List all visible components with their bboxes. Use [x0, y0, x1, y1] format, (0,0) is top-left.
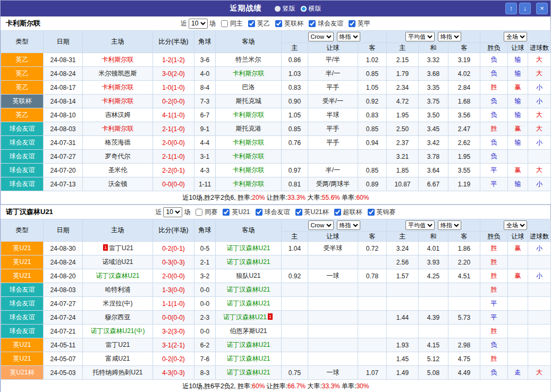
- home-team[interactable]: 诺丁汉森林U21: [83, 269, 153, 283]
- away-team-name[interactable]: 卡利斯尔联: [233, 70, 265, 77]
- home-team[interactable]: 诺域治U21: [83, 255, 153, 269]
- home-team[interactable]: 吉林汉姆: [83, 108, 153, 122]
- euro-average-select[interactable]: 平均值: [405, 32, 435, 41]
- league-checkbox-2[interactable]: [295, 209, 302, 216]
- league-type-badge[interactable]: 英乙: [1, 108, 44, 122]
- league-type-badge[interactable]: 英U21: [1, 269, 44, 283]
- away-team[interactable]: 卡利斯尔联: [216, 67, 282, 81]
- home-team[interactable]: 罗奇代尔: [83, 150, 153, 164]
- league-checkbox-3[interactable]: [334, 209, 341, 216]
- home-team[interactable]: 格茨海德: [83, 136, 153, 150]
- league-type-badge[interactable]: 球会友谊: [1, 164, 44, 177]
- layout-radio-vertical[interactable]: 竖版: [275, 4, 295, 13]
- league-checkbox-2[interactable]: [309, 20, 316, 27]
- away-team[interactable]: 卡利斯尔联: [216, 150, 282, 164]
- home-team-name[interactable]: 哈特利浦: [105, 286, 131, 293]
- away-team[interactable]: 伯恩茅斯U21: [216, 325, 282, 338]
- league-type-badge[interactable]: 英乙: [1, 67, 44, 81]
- home-team-name[interactable]: 富咸U21: [105, 355, 130, 362]
- asian-time-select[interactable]: 终指: [337, 220, 360, 230]
- home-team[interactable]: 托特纳姆热刺U21: [83, 366, 153, 380]
- home-team-name[interactable]: 罗奇代尔: [105, 152, 131, 160]
- home-team-name[interactable]: 诺域治U21: [102, 258, 133, 266]
- away-team[interactable]: 诺丁汉森林U21: [216, 366, 282, 380]
- league-checkbox-0[interactable]: [248, 20, 255, 27]
- league-checkbox-3[interactable]: [349, 20, 355, 27]
- away-team[interactable]: 斯托克城: [216, 95, 282, 108]
- away-team-name[interactable]: 诺丁汉森林U21: [226, 341, 270, 348]
- home-team[interactable]: 卡利斯尔联: [83, 95, 153, 108]
- away-team-name[interactable]: 诺丁汉森林U21: [226, 286, 270, 293]
- league-type-badge[interactable]: 球会友谊: [1, 283, 44, 297]
- scope-select[interactable]: 全场: [504, 32, 527, 41]
- home-team[interactable]: 诺丁汉森林U21(中): [83, 325, 153, 338]
- away-team-name[interactable]: 诺丁汉森林U21: [223, 313, 267, 321]
- away-team[interactable]: 诺丁汉森林U21: [216, 297, 282, 311]
- league-type-badge[interactable]: 球会友谊: [1, 122, 44, 136]
- league-type-badge[interactable]: 英乙: [1, 53, 44, 67]
- away-team[interactable]: 卡利斯尔联: [216, 177, 282, 191]
- away-team[interactable]: 卡利斯尔联: [216, 164, 282, 177]
- home-team-name[interactable]: 托特纳姆热刺U21: [92, 369, 142, 376]
- league-type-badge[interactable]: 英U21: [1, 255, 44, 269]
- away-team-name[interactable]: 伯恩茅斯U21: [230, 327, 267, 335]
- home-team[interactable]: 哈特利浦: [83, 283, 153, 297]
- home-team-name[interactable]: 卡利斯尔联: [102, 97, 134, 105]
- close-button[interactable]: ×: [536, 3, 548, 14]
- euro-time-select[interactable]: 终指: [438, 220, 461, 230]
- asian-time-select[interactable]: 终指: [337, 32, 360, 41]
- radio-icon[interactable]: [301, 6, 307, 12]
- away-team-name[interactable]: 卡利斯尔联: [233, 180, 265, 188]
- home-team-name[interactable]: 雷丁U21: [109, 244, 133, 252]
- away-team-name[interactable]: 卡利斯尔联: [233, 139, 265, 146]
- away-team[interactable]: 卡利斯尔联: [216, 136, 282, 150]
- league-type-badge[interactable]: 球会友谊: [1, 177, 44, 191]
- home-team-name[interactable]: 卡利斯尔联: [102, 125, 134, 132]
- league-type-badge[interactable]: 球会友谊: [1, 325, 44, 338]
- home-team[interactable]: 圣米伦: [83, 164, 153, 177]
- home-team-name[interactable]: 吉林汉姆: [105, 111, 131, 118]
- scope-select[interactable]: 全场: [504, 220, 527, 230]
- away-team-name[interactable]: 狼队U21: [236, 272, 260, 279]
- euro-average-select[interactable]: 平均值: [405, 220, 435, 230]
- home-team[interactable]: 雷丁U21: [83, 338, 153, 352]
- league-type-badge[interactable]: 英乙: [1, 81, 44, 95]
- away-team-name[interactable]: 卡利斯尔联: [233, 111, 265, 118]
- league-type-badge[interactable]: 英U21: [1, 242, 44, 255]
- away-team[interactable]: 卡利斯尔联: [216, 108, 282, 122]
- home-team[interactable]: 卡利斯尔联: [83, 122, 153, 136]
- radio-icon[interactable]: [275, 6, 281, 12]
- away-team-name[interactable]: 卡利斯尔联: [233, 152, 265, 160]
- same-filter-checkbox[interactable]: [221, 20, 228, 27]
- league-type-badge[interactable]: 球会友谊: [1, 136, 44, 150]
- home-team-name[interactable]: 米尔顿凯恩斯: [99, 70, 137, 77]
- bookmaker-select[interactable]: Crow: [308, 32, 334, 41]
- layout-radio-horizontal[interactable]: 横版: [301, 4, 321, 13]
- league-type-badge[interactable]: 英U21: [1, 338, 44, 352]
- away-team-name[interactable]: 诺丁汉森林U21: [226, 244, 270, 252]
- home-team-name[interactable]: 诺丁汉森林U21: [96, 272, 139, 279]
- home-team-name[interactable]: 穆尔西亚: [105, 313, 131, 321]
- away-team-name[interactable]: 诺丁汉森林U21: [226, 300, 270, 307]
- home-team-name[interactable]: 格茨海德: [105, 139, 131, 146]
- euro-time-select[interactable]: 终指: [438, 32, 461, 41]
- home-team[interactable]: 米涅拉(中): [83, 297, 153, 311]
- league-type-badge[interactable]: 球会友谊: [1, 297, 44, 311]
- away-team[interactable]: 诺丁汉森林U21: [216, 338, 282, 352]
- away-team[interactable]: 诺丁汉森林U21: [216, 255, 282, 269]
- home-team-name[interactable]: 圣米伦: [108, 166, 128, 174]
- recent-count-select[interactable]: 10: [189, 19, 208, 29]
- league-checkbox-1[interactable]: [256, 209, 262, 216]
- home-team[interactable]: 富咸U21: [83, 352, 153, 366]
- league-checkbox-1[interactable]: [275, 20, 282, 27]
- home-team-name[interactable]: 米涅拉(中): [103, 300, 133, 307]
- away-team[interactable]: 诺丁汉森林U211: [216, 311, 282, 325]
- home-team[interactable]: 沃金顿: [83, 177, 153, 191]
- away-team[interactable]: 诺丁汉森林U21: [216, 352, 282, 366]
- league-type-badge[interactable]: 英U21杯: [1, 366, 44, 380]
- away-team[interactable]: 特兰米尔: [216, 53, 282, 67]
- home-team-name[interactable]: 沃金顿: [108, 180, 128, 188]
- home-team-name[interactable]: 雷丁U21: [105, 341, 130, 348]
- home-team-name[interactable]: 诺丁汉森林U21(中): [90, 327, 145, 335]
- league-type-badge[interactable]: 球会友谊: [1, 311, 44, 325]
